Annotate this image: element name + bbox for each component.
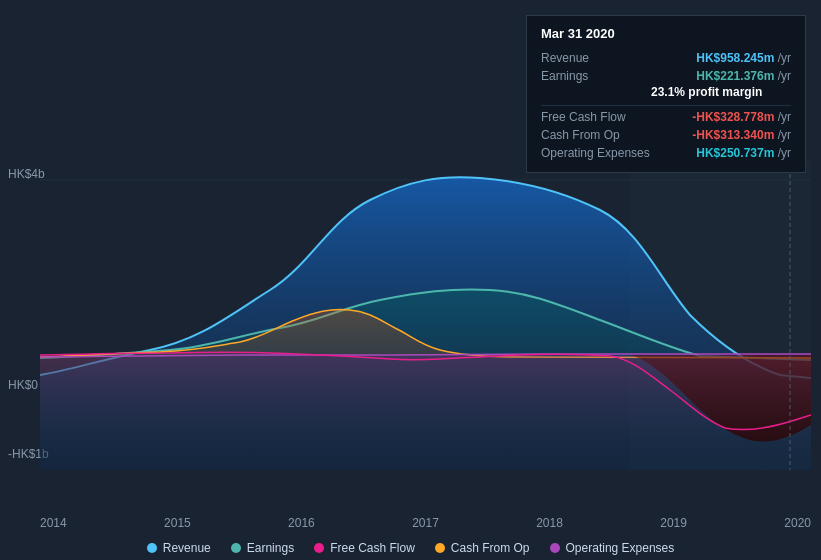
x-label-2015: 2015 xyxy=(164,516,191,530)
legend-fcf-label: Free Cash Flow xyxy=(330,541,415,555)
x-label-2020: 2020 xyxy=(784,516,811,530)
legend-fcf-dot xyxy=(314,543,324,553)
legend-cashfromop[interactable]: Cash From Op xyxy=(435,541,530,555)
tooltip-fcf-row: Free Cash Flow -HK$328.778m /yr xyxy=(541,105,791,126)
chart-svg xyxy=(40,160,811,470)
x-label-2019: 2019 xyxy=(660,516,687,530)
tooltip-cashfromop-value: -HK$313.340m /yr xyxy=(692,128,791,142)
data-tooltip: Mar 31 2020 Revenue HK$958.245m /yr Earn… xyxy=(526,15,806,173)
legend-revenue[interactable]: Revenue xyxy=(147,541,211,555)
legend-opex-dot xyxy=(550,543,560,553)
tooltip-earnings-label: Earnings xyxy=(541,69,651,83)
legend-revenue-label: Revenue xyxy=(163,541,211,555)
legend-opex-label: Operating Expenses xyxy=(566,541,675,555)
tooltip-opex-value: HK$250.737m /yr xyxy=(696,146,791,160)
tooltip-title: Mar 31 2020 xyxy=(541,26,791,41)
tooltip-cashfromop-row: Cash From Op -HK$313.340m /yr xyxy=(541,126,791,144)
tooltip-revenue-label: Revenue xyxy=(541,51,651,65)
x-label-2016: 2016 xyxy=(288,516,315,530)
tooltip-opex-label: Operating Expenses xyxy=(541,146,651,160)
x-label-2017: 2017 xyxy=(412,516,439,530)
legend-earnings-label: Earnings xyxy=(247,541,294,555)
profit-margin-row: 23.1% profit margin xyxy=(541,83,791,101)
legend-opex[interactable]: Operating Expenses xyxy=(550,541,675,555)
legend-cashfromop-label: Cash From Op xyxy=(451,541,530,555)
chart-legend: Revenue Earnings Free Cash Flow Cash Fro… xyxy=(0,541,821,555)
tooltip-cashfromop-label: Cash From Op xyxy=(541,128,651,142)
legend-cashfromop-dot xyxy=(435,543,445,553)
y-label-0: HK$0 xyxy=(8,378,38,392)
legend-earnings-dot xyxy=(231,543,241,553)
tooltip-revenue-row: Revenue HK$958.245m /yr xyxy=(541,49,791,67)
tooltip-revenue-value: HK$958.245m /yr xyxy=(696,51,791,65)
legend-revenue-dot xyxy=(147,543,157,553)
tooltip-opex-row: Operating Expenses HK$250.737m /yr xyxy=(541,144,791,162)
legend-earnings[interactable]: Earnings xyxy=(231,541,294,555)
tooltip-fcf-label: Free Cash Flow xyxy=(541,110,651,124)
legend-fcf[interactable]: Free Cash Flow xyxy=(314,541,415,555)
x-axis: 2014 2015 2016 2017 2018 2019 2020 xyxy=(40,516,811,530)
x-label-2018: 2018 xyxy=(536,516,563,530)
tooltip-earnings-value: HK$221.376m /yr xyxy=(696,69,791,83)
tooltip-fcf-value: -HK$328.778m /yr xyxy=(692,110,791,124)
x-label-2014: 2014 xyxy=(40,516,67,530)
